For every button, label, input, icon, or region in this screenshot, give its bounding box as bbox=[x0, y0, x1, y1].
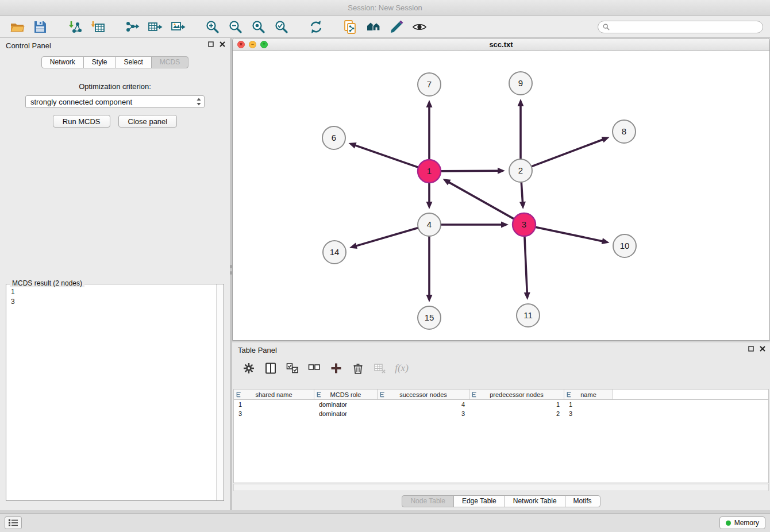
graph-edge-1-4[interactable] bbox=[426, 183, 433, 209]
import-network-icon bbox=[67, 20, 82, 34]
optimization-criterion-label: Optimization criterion: bbox=[0, 82, 230, 91]
columns-button[interactable] bbox=[262, 360, 279, 377]
graph-node-2[interactable]: 2 bbox=[509, 159, 532, 182]
import-table-button[interactable] bbox=[86, 18, 109, 36]
network-window: × − + scc.txt 7968124314101511 bbox=[232, 38, 770, 341]
table-row[interactable]: 1dominator411 bbox=[234, 400, 768, 409]
table-cell: 3 bbox=[234, 410, 314, 417]
close-table-panel-icon[interactable] bbox=[760, 346, 765, 352]
graph-edge-2-8[interactable] bbox=[532, 137, 610, 167]
save-session-button[interactable] bbox=[29, 18, 52, 36]
float-table-panel-icon[interactable] bbox=[748, 346, 754, 352]
graph-node-15[interactable]: 15 bbox=[418, 306, 441, 329]
graph-node-7[interactable]: 7 bbox=[418, 73, 441, 96]
column-header-filler bbox=[613, 390, 768, 399]
clipboard-network-button[interactable] bbox=[339, 18, 362, 36]
export-table-button[interactable] bbox=[144, 18, 167, 36]
visual-style-button[interactable] bbox=[385, 18, 408, 36]
close-window-button[interactable]: × bbox=[237, 41, 245, 48]
graph-edge-4-15[interactable] bbox=[426, 236, 433, 302]
network-canvas[interactable]: 7968124314101511 bbox=[233, 51, 769, 340]
graph-edge-2-3[interactable] bbox=[519, 182, 526, 209]
tab-select[interactable]: Select bbox=[116, 56, 152, 68]
list-icon bbox=[9, 519, 18, 526]
float-panel-icon[interactable] bbox=[208, 41, 214, 47]
column-header-name[interactable]: name bbox=[564, 390, 613, 399]
graph-edge-1-6[interactable] bbox=[348, 142, 418, 167]
network-window-title: scc.txt bbox=[489, 40, 513, 49]
tab-network-table[interactable]: Network Table bbox=[505, 495, 565, 507]
table-cell: 2 bbox=[469, 410, 564, 417]
column-header-predecessor-nodes[interactable]: predecessor nodes bbox=[469, 390, 564, 399]
add-row-button[interactable] bbox=[328, 360, 345, 377]
graph-node-9[interactable]: 9 bbox=[509, 72, 532, 95]
graph-node-10[interactable]: 10 bbox=[613, 234, 636, 257]
import-table-icon bbox=[90, 20, 105, 34]
table-horizontal-scrollbar[interactable] bbox=[233, 484, 769, 491]
result-scrollbar[interactable] bbox=[216, 284, 224, 500]
zoom-fit-button[interactable] bbox=[247, 18, 270, 36]
graph-node-8[interactable]: 8 bbox=[613, 120, 636, 143]
show-graphics-icon bbox=[412, 20, 427, 34]
search-box[interactable] bbox=[598, 21, 763, 33]
graph-node-11[interactable]: 11 bbox=[517, 304, 540, 327]
graph-node-6[interactable]: 6 bbox=[322, 126, 345, 149]
column-header-label: MCDS role bbox=[330, 391, 361, 398]
delete-table-icon bbox=[374, 362, 386, 375]
graph-edge-2-9[interactable] bbox=[518, 99, 524, 159]
graph-edge-1-7[interactable] bbox=[426, 100, 433, 160]
tab-network[interactable]: Network bbox=[41, 56, 84, 68]
graph-edge-3-10[interactable] bbox=[536, 227, 610, 244]
table-toolbar: f(x) bbox=[240, 357, 410, 379]
zoom-window-button[interactable]: + bbox=[260, 41, 268, 48]
graph-node-1[interactable]: 1 bbox=[418, 160, 441, 183]
export-image-button[interactable] bbox=[167, 18, 190, 36]
tab-node-table[interactable]: Node Table bbox=[402, 495, 454, 507]
zoom-out-button[interactable] bbox=[224, 18, 247, 36]
close-panel-button[interactable]: Close panel bbox=[118, 115, 178, 128]
graph-edge-1-2[interactable] bbox=[441, 168, 505, 174]
select-all-button[interactable] bbox=[284, 360, 301, 377]
neighbors-button[interactable] bbox=[362, 18, 385, 36]
column-header-shared-name[interactable]: shared name bbox=[234, 390, 314, 399]
close-panel-icon[interactable] bbox=[220, 41, 225, 47]
column-header-successor-nodes[interactable]: successor nodes bbox=[378, 390, 469, 399]
zoom-selected-button[interactable] bbox=[270, 18, 293, 36]
minimize-window-button[interactable]: − bbox=[249, 41, 256, 48]
delete-row-icon bbox=[352, 362, 364, 375]
tab-edge-table[interactable]: Edge Table bbox=[453, 495, 505, 507]
column-sort-icon bbox=[316, 391, 322, 398]
graph-edge-4-3[interactable] bbox=[441, 222, 509, 228]
dropdown-arrows-icon bbox=[196, 97, 202, 106]
import-network-button[interactable] bbox=[63, 18, 86, 36]
graph-edge-3-11[interactable] bbox=[524, 236, 530, 300]
tab-style[interactable]: Style bbox=[83, 56, 116, 68]
table-cell: 1 bbox=[469, 401, 564, 408]
show-graphics-button[interactable] bbox=[408, 18, 431, 36]
panel-list-button[interactable] bbox=[5, 516, 22, 529]
run-mcds-button[interactable]: Run MCDS bbox=[53, 115, 110, 128]
graph-node-3[interactable]: 3 bbox=[513, 213, 536, 236]
column-header-label: name bbox=[580, 391, 596, 398]
open-folder-button[interactable] bbox=[6, 18, 29, 36]
gear-button[interactable] bbox=[240, 360, 257, 377]
tab-motifs[interactable]: Motifs bbox=[565, 495, 600, 507]
graph-node-4[interactable]: 4 bbox=[418, 213, 441, 236]
tab-mcds[interactable]: MCDS bbox=[151, 56, 188, 68]
graph-node-14[interactable]: 14 bbox=[323, 241, 346, 264]
export-network-button[interactable] bbox=[121, 18, 144, 36]
clear-selection-button[interactable] bbox=[306, 360, 323, 377]
table-row[interactable]: 3dominator323 bbox=[234, 409, 768, 418]
graph-edge-4-14[interactable] bbox=[349, 228, 418, 249]
search-input[interactable] bbox=[613, 23, 758, 31]
table-cell: 3 bbox=[378, 410, 469, 417]
zoom-in-button[interactable] bbox=[201, 18, 224, 36]
optimization-criterion-select[interactable]: strongly connected component bbox=[25, 95, 205, 108]
delete-row-button[interactable] bbox=[349, 360, 367, 377]
column-header-MCDS-role[interactable]: MCDS role bbox=[314, 390, 378, 399]
zoom-selected-icon bbox=[274, 20, 289, 34]
table-cell: dominator bbox=[314, 401, 378, 408]
refresh-view-button[interactable] bbox=[305, 18, 328, 36]
memory-button[interactable]: Memory bbox=[719, 516, 765, 529]
graph-edge-3-1[interactable] bbox=[443, 179, 514, 219]
